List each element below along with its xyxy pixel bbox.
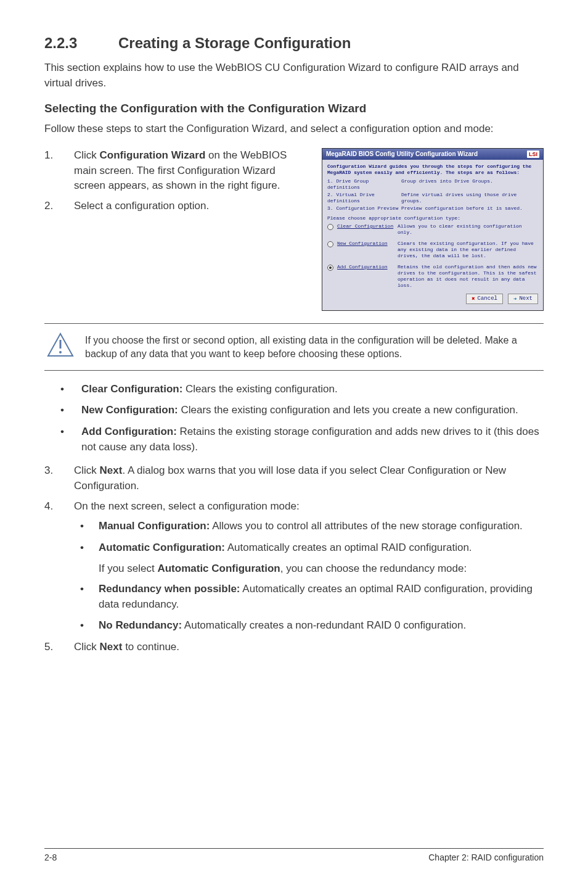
wizard-step-line: 2. Virtual Drive definitionsDefine virtu… <box>327 192 538 204</box>
next-button[interactable]: ➔Next <box>508 294 538 304</box>
step-number: 2. <box>44 199 74 214</box>
step-5: 5. Click Next to continue. <box>44 640 544 655</box>
step-text: Click Next. A dialog box warns that you … <box>74 463 544 493</box>
lsi-logo: LSI <box>527 151 539 158</box>
step-text: Click Next to continue. <box>74 640 544 655</box>
svg-point-2 <box>59 351 62 353</box>
radio-label: New Configuration <box>337 241 394 247</box>
radio-new-configuration[interactable]: New Configuration Clears the existing co… <box>327 241 538 259</box>
radio-description: Retains the old configuration and then a… <box>398 264 538 289</box>
wizard-step-line: 1. Drive Group definitionsGroup drives i… <box>327 178 538 191</box>
step-text: Click Configuration Wizard on the WebBIO… <box>74 148 309 194</box>
radio-label: Clear Configuration <box>337 223 394 229</box>
step-number: 4. <box>44 499 74 514</box>
wizard-choose-heading: Please choose appropriate configuration … <box>327 215 538 221</box>
radio-clear-configuration[interactable]: Clear Configuration Allows you to clear … <box>327 223 538 236</box>
caution-icon <box>47 332 74 357</box>
step-number: 5. <box>44 640 74 655</box>
page-footer: 2-8 Chapter 2: RAID configuration <box>44 848 544 862</box>
section-number: 2.2.3 <box>44 35 118 52</box>
cancel-button[interactable]: ✖Cancel <box>466 294 503 304</box>
list-item: No Redundancy: Automatically creates a n… <box>80 618 544 633</box>
step-4: 4. On the next screen, select a configur… <box>44 499 544 514</box>
page-number: 2-8 <box>44 852 57 862</box>
step-number: 3. <box>44 463 74 493</box>
x-icon: ✖ <box>472 295 475 302</box>
step-2: 2. Select a configuration option. <box>44 199 309 214</box>
radio-icon <box>327 224 333 230</box>
list-item: New Configuration: Clears the existing c… <box>60 403 544 418</box>
subheading: Selecting the Configuration with the Con… <box>44 102 544 115</box>
caution-text: If you choose the first or second option… <box>85 332 541 361</box>
radio-icon <box>327 265 333 271</box>
list-item: Add Configuration: Retains the existing … <box>60 424 544 455</box>
section-heading: 2.2.3Creating a Storage Configuration <box>44 35 544 52</box>
wizard-titlebar: MegaRAID BIOS Config Utility Configurati… <box>322 149 543 160</box>
wizard-step-line: 3. Configuration PreviewPreview configur… <box>327 205 538 212</box>
wizard-intro: Configuration Wizard guides you through … <box>327 163 538 176</box>
intro-paragraph: This section explains how to use the Web… <box>44 60 544 91</box>
step-1: 1. Click Configuration Wizard on the Web… <box>44 148 309 194</box>
list-item: Automatic Configuration: Automatically c… <box>80 540 544 556</box>
step-text: Select a configuration option. <box>74 199 309 214</box>
section-title-text: Creating a Storage Configuration <box>118 35 351 51</box>
step-3: 3. Click Next. A dialog box warns that y… <box>44 463 544 493</box>
radio-icon <box>327 241 333 247</box>
chapter-label: Chapter 2: RAID configuration <box>428 852 544 862</box>
auto-config-line: If you select Automatic Configuration, y… <box>99 561 544 577</box>
list-item: Manual Configuration: Allows you to cont… <box>80 519 544 534</box>
step-number: 1. <box>44 148 74 194</box>
radio-label: Add Configuration <box>337 264 394 270</box>
list-item: Redundancy when possible: Automatically … <box>80 582 544 612</box>
wizard-screenshot: MegaRAID BIOS Config Utility Configurati… <box>322 148 544 311</box>
list-item: Clear Configuration: Clears the existing… <box>60 382 544 397</box>
radio-description: Allows you to clear existing configurati… <box>398 223 538 236</box>
wizard-title-text: MegaRAID BIOS Config Utility Configurati… <box>326 151 478 157</box>
arrow-right-icon: ➔ <box>513 295 517 302</box>
sub-intro: Follow these steps to start the Configur… <box>44 122 544 137</box>
radio-add-configuration[interactable]: Add Configuration Retains the old config… <box>327 264 538 289</box>
step-text: On the next screen, select a configurati… <box>74 499 544 514</box>
caution-note: If you choose the first or second option… <box>44 323 544 371</box>
radio-description: Clears the existing configuration. If yo… <box>398 241 538 259</box>
